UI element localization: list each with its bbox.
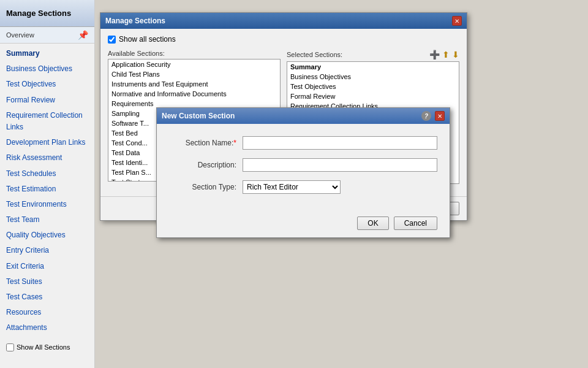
manage-sections-close-button[interactable]: ✕	[452, 16, 462, 26]
add-section-icon[interactable]: ➕	[429, 50, 440, 59]
description-input[interactable]	[243, 158, 437, 172]
section-name-row: Section Name:*	[169, 136, 437, 150]
show-all-label: Show All Sections	[17, 343, 70, 351]
section-type-wrapper: Rich Text EditorPlain TextAttachment	[243, 180, 341, 194]
show-all-sections-checkbox[interactable]	[6, 343, 14, 351]
sidebar-item-test-team[interactable]: Test Team	[0, 212, 94, 228]
show-all-checkbox-label: Show all sections	[119, 35, 176, 44]
available-sections-label: Available Sections:	[108, 50, 281, 57]
sidebar-item-exit-criteria[interactable]: Exit Criteria	[0, 259, 94, 274]
sidebar-header: Manage Sections	[0, 0, 94, 27]
sidebar-item-business-objectives[interactable]: Business Objectives	[0, 61, 94, 77]
selected-sections-icons: ➕ ⬆ ⬇	[429, 50, 459, 59]
sidebar-item-attachments[interactable]: Attachments	[0, 320, 94, 335]
available-section-item[interactable]: Child Test Plans	[108, 69, 280, 79]
sidebar-item-summary[interactable]: Summary	[0, 46, 94, 61]
selected-section-item[interactable]: Business Objectives	[287, 72, 459, 82]
new-custom-section-close-button[interactable]: ✕	[435, 111, 445, 121]
move-down-icon[interactable]: ⬇	[452, 50, 459, 59]
section-name-input[interactable]	[243, 136, 437, 150]
sidebar-item-risk-assessment[interactable]: Risk Assessment	[0, 150, 94, 166]
available-section-item[interactable]: Normative and Informative Documents	[108, 89, 280, 99]
sidebar-item-formal-review[interactable]: Formal Review	[0, 93, 94, 108]
selected-section-item[interactable]: Formal Review	[287, 91, 459, 101]
sidebar-title: Manage Sections	[6, 9, 71, 18]
manage-sections-title-bar: Manage Sections ✕	[100, 13, 467, 29]
available-section-item[interactable]: Application Security	[108, 59, 280, 69]
pin-icon[interactable]: 📌	[78, 30, 88, 40]
sidebar-item-test-schedules[interactable]: Test Schedules	[0, 166, 94, 182]
new-custom-section-title: New Custom Section	[162, 112, 235, 120]
description-row: Description:	[169, 158, 437, 172]
new-custom-section-title-bar: New Custom Section ? ✕	[157, 108, 450, 124]
sidebar-item-requirement-collection-links[interactable]: Requirement Collection Links	[0, 108, 94, 135]
description-label: Description:	[169, 161, 243, 169]
sidebar-item-development-plan-links[interactable]: Development Plan Links	[0, 135, 94, 150]
section-type-label: Section Type:	[169, 183, 243, 191]
sidebar-item-quality-objectives[interactable]: Quality Objectives	[0, 228, 94, 243]
new-custom-section-dialog: New Custom Section ? ✕ Section Name:* De…	[156, 107, 450, 238]
sidebar-item-test-suites[interactable]: Test Suites	[0, 274, 94, 289]
sidebar-nav: SummaryBusiness ObjectivesTest Objective…	[0, 44, 94, 339]
new-custom-section-body: Section Name:* Description: Section Type…	[157, 124, 450, 212]
section-type-row: Section Type: Rich Text EditorPlain Text…	[169, 180, 437, 194]
sidebar-overview: Overview 📌	[0, 27, 94, 44]
show-all-checkbox[interactable]	[108, 36, 116, 44]
sidebar-item-test-estimation[interactable]: Test Estimation	[0, 182, 94, 197]
manage-sections-title: Manage Sections	[105, 17, 165, 25]
new-custom-section-ok-button[interactable]: OK	[357, 217, 388, 230]
new-custom-section-footer: OK Cancel	[157, 212, 450, 237]
selected-sections-label: Selected Sections:	[287, 51, 342, 58]
new-custom-section-help-icon[interactable]: ?	[421, 111, 431, 121]
sidebar-item-test-objectives[interactable]: Test Objectives	[0, 77, 94, 92]
sidebar-item-test-environments[interactable]: Test Environments	[0, 197, 94, 212]
selected-section-item[interactable]: Test Objectives	[287, 82, 459, 91]
new-custom-section-cancel-button[interactable]: Cancel	[394, 217, 437, 230]
show-all-sections-checkbox-label[interactable]: Show All Sections	[6, 343, 88, 351]
selected-sections-header: Selected Sections: ➕ ⬆ ⬇	[287, 50, 459, 59]
sidebar-item-entry-criteria[interactable]: Entry Criteria	[0, 243, 94, 258]
move-up-icon[interactable]: ⬆	[442, 50, 450, 59]
main-area: Manage Sections ✕ Show all sections Avai…	[95, 0, 588, 368]
section-name-label: Section Name:*	[169, 139, 243, 147]
selected-section-item[interactable]: Summary	[287, 62, 459, 72]
sidebar-item-test-cases[interactable]: Test Cases	[0, 289, 94, 305]
section-type-select[interactable]: Rich Text EditorPlain TextAttachment	[243, 180, 341, 194]
show-all-row: Show all sections	[108, 35, 459, 44]
sidebar-item-resources[interactable]: Resources	[0, 305, 94, 320]
overview-label: Overview	[6, 31, 34, 39]
sidebar: Manage Sections Overview 📌 SummaryBusine…	[0, 0, 95, 368]
available-section-item[interactable]: Instruments and Test Equipment	[108, 79, 280, 89]
